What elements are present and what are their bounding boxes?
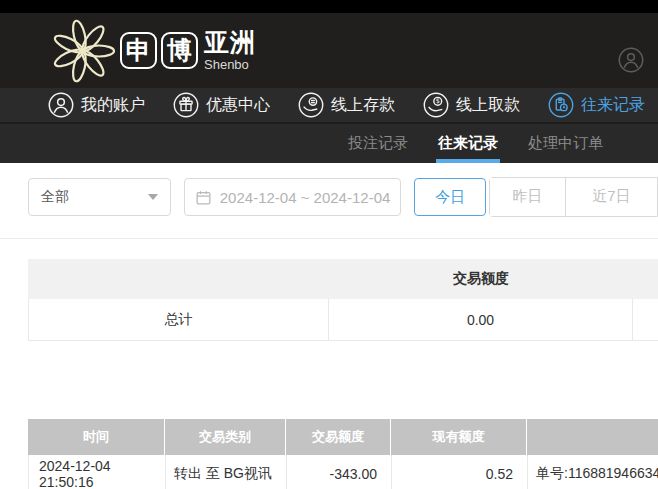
quick-range-7days-button[interactable]: 近7日 [565, 178, 657, 216]
nav-item-deposit[interactable]: 线上存款 [298, 92, 395, 118]
col-header-type: 交易类别 [165, 419, 286, 455]
nav-item-label: 往来记录 [581, 95, 645, 116]
records-table: 时间 交易类别 交易额度 现有额度 2024-12-04 21:50:16 转出… [28, 419, 658, 489]
brand-text: 亚洲 Shenbo [204, 30, 256, 71]
type-select[interactable]: 全部 [28, 178, 171, 216]
user-icon [48, 92, 74, 118]
cell-balance: 0.52 [392, 455, 528, 489]
records-icon [548, 92, 574, 118]
summary-header-row: 交易额度 [28, 259, 658, 299]
nav-item-label: 优惠中心 [206, 95, 270, 116]
cell-order-number: 单号:116881946634 [528, 455, 658, 489]
nav-item-promotions[interactable]: 优惠中心 [173, 92, 270, 118]
shenbo-records-page: 申 博 亚洲 Shenbo 我的账户 [0, 0, 658, 489]
col-header-balance: 现有额度 [391, 419, 527, 455]
nav-item-withdraw[interactable]: $ 线上取款 [423, 92, 520, 118]
cell-time: 2024-12-04 21:50:16 [29, 455, 166, 489]
brand-char-bo: 博 [161, 32, 198, 69]
nav-item-label: 线上存款 [331, 95, 395, 116]
table-row: 2024-12-04 21:50:16 转出 至 BG视讯 -343.00 0.… [28, 455, 658, 489]
filter-row: 全部 2024-12-04 ~ 2024-12-04 今日 昨日 近7日 [0, 163, 658, 239]
summary-total-value: 0.00 [329, 299, 633, 340]
tab-betting-records[interactable]: 投注记录 [348, 124, 408, 163]
brand-region: 亚洲 [204, 30, 256, 55]
summary-table: 交易额度 总计 0.00 [28, 259, 658, 341]
svg-text:$: $ [436, 97, 440, 105]
deposit-icon [298, 92, 324, 118]
col-header-amount: 交易额度 [286, 419, 391, 455]
brand-flower-icon [50, 18, 116, 84]
withdraw-icon: $ [423, 92, 449, 118]
summary-amount-header: 交易额度 [329, 270, 633, 288]
cell-type: 转出 至 BG视讯 [166, 455, 287, 489]
type-select-value: 全部 [41, 188, 69, 206]
col-header-time: 时间 [28, 419, 165, 455]
col-header-order [527, 419, 658, 455]
records-table-header: 时间 交易类别 交易额度 现有额度 [28, 419, 658, 455]
date-range-input[interactable]: 2024-12-04 ~ 2024-12-04 [184, 178, 402, 216]
nav-item-transaction-records[interactable]: 往来记录 [548, 92, 645, 118]
quick-range-yesterday-button[interactable]: 昨日 [490, 178, 565, 216]
tab-processing-orders[interactable]: 处理中订单 [528, 124, 603, 163]
summary-total-row: 总计 0.00 [28, 299, 658, 341]
tab-transaction-records[interactable]: 往来记录 [438, 124, 498, 163]
brand-subtitle: Shenbo [204, 58, 256, 71]
quick-range-today-button[interactable]: 今日 [414, 178, 486, 216]
gift-icon [173, 92, 199, 118]
nav-item-label: 线上取款 [456, 95, 520, 116]
content-area: 全部 2024-12-04 ~ 2024-12-04 今日 昨日 近7日 [0, 163, 658, 489]
calendar-icon [195, 189, 212, 206]
quick-range-group: 昨日 近7日 [489, 177, 658, 217]
chevron-down-icon [148, 194, 158, 200]
profile-avatar-icon[interactable] [618, 47, 644, 73]
main-nav: 我的账户 优惠中心 [0, 88, 658, 124]
nav-item-my-account[interactable]: 我的账户 [48, 92, 145, 118]
summary-empty-cell [633, 299, 658, 340]
brand-char-shen: 申 [120, 32, 157, 69]
top-strip [0, 0, 658, 13]
summary-total-label: 总计 [29, 299, 329, 340]
records-tab-bar: 投注记录 往来记录 处理中订单 [0, 124, 658, 163]
nav-item-label: 我的账户 [81, 95, 145, 116]
logo-bar: 申 博 亚洲 Shenbo [0, 13, 658, 88]
date-range-value: 2024-12-04 ~ 2024-12-04 [220, 189, 391, 206]
cell-amount: -343.00 [287, 455, 392, 489]
